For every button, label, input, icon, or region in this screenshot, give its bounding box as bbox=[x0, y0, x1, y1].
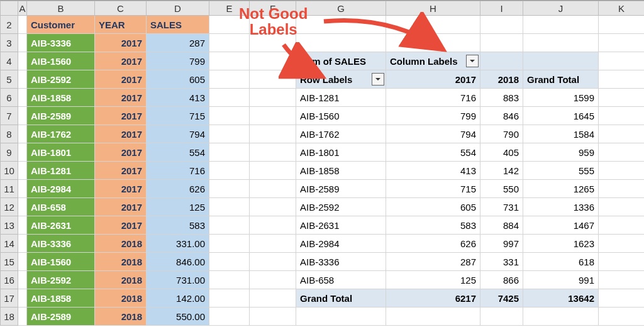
cell[interactable] bbox=[250, 253, 296, 271]
pivot-value[interactable]: 799 bbox=[386, 107, 480, 125]
cell[interactable] bbox=[18, 180, 27, 198]
cell[interactable] bbox=[18, 271, 27, 289]
cell-sales[interactable]: 125 bbox=[147, 198, 209, 216]
cell[interactable] bbox=[250, 198, 296, 216]
pivot-value[interactable]: 716 bbox=[386, 89, 480, 107]
cell-sales[interactable]: 331.00 bbox=[147, 235, 209, 253]
cell[interactable] bbox=[18, 70, 27, 89]
cell[interactable] bbox=[18, 253, 27, 271]
pivot-value[interactable]: 413 bbox=[386, 162, 480, 180]
cell-customer[interactable]: AIB-1560 bbox=[27, 253, 95, 271]
pivot-value[interactable]: 883 bbox=[480, 89, 523, 107]
cell-sales[interactable]: 413 bbox=[147, 89, 209, 107]
cell-year[interactable]: 2018 bbox=[95, 235, 147, 253]
pivot-grand-total-header[interactable]: Grand Total bbox=[523, 70, 599, 89]
cell-year[interactable]: 2018 bbox=[95, 308, 147, 326]
cell[interactable] bbox=[209, 216, 250, 235]
row-header[interactable]: 15 bbox=[1, 253, 18, 271]
col-header[interactable]: A bbox=[18, 1, 27, 16]
cell[interactable] bbox=[250, 125, 296, 143]
pivot-row-total[interactable]: 1599 bbox=[523, 89, 599, 107]
col-header[interactable]: B bbox=[27, 1, 95, 16]
cell[interactable] bbox=[18, 235, 27, 253]
pivot-year-header[interactable]: 2018 bbox=[480, 70, 523, 89]
pivot-value[interactable]: 142 bbox=[480, 162, 523, 180]
cell[interactable] bbox=[209, 198, 250, 216]
cell[interactable] bbox=[250, 89, 296, 107]
col-header[interactable]: J bbox=[523, 1, 599, 16]
pivot-value[interactable]: 715 bbox=[386, 180, 480, 198]
cell[interactable] bbox=[209, 235, 250, 253]
row-header[interactable]: 5 bbox=[1, 70, 18, 89]
row-header[interactable]: 3 bbox=[1, 34, 18, 52]
cell[interactable] bbox=[18, 89, 27, 107]
pivot-value[interactable]: 731 bbox=[480, 198, 523, 216]
pivot-row-name[interactable]: AIB-658 bbox=[296, 271, 386, 289]
cell-customer[interactable]: AIB-1560 bbox=[27, 52, 95, 70]
cell[interactable] bbox=[250, 216, 296, 235]
cell-year[interactable]: 2018 bbox=[95, 253, 147, 271]
cell[interactable] bbox=[18, 289, 27, 308]
pivot-value[interactable]: 997 bbox=[480, 235, 523, 253]
cell[interactable] bbox=[250, 162, 296, 180]
col-header[interactable]: K bbox=[599, 1, 645, 16]
cell-year[interactable]: 2017 bbox=[95, 143, 147, 162]
cell[interactable] bbox=[250, 235, 296, 253]
cell-sales[interactable]: 583 bbox=[147, 216, 209, 235]
cell[interactable] bbox=[250, 143, 296, 162]
cell[interactable] bbox=[250, 289, 296, 308]
cell[interactable] bbox=[209, 289, 250, 308]
cell[interactable] bbox=[209, 253, 250, 271]
pivot-row-name[interactable]: AIB-2631 bbox=[296, 216, 386, 235]
cell-customer[interactable]: AIB-1281 bbox=[27, 162, 95, 180]
cell-year[interactable]: 2017 bbox=[95, 89, 147, 107]
cell-customer[interactable]: AIB-2589 bbox=[27, 107, 95, 125]
cell-sales[interactable]: 731.00 bbox=[147, 271, 209, 289]
pivot-value[interactable]: 554 bbox=[386, 143, 480, 162]
pivot-value[interactable]: 794 bbox=[386, 125, 480, 143]
pivot-value[interactable]: 583 bbox=[386, 216, 480, 235]
pivot-total-value[interactable]: 6217 bbox=[386, 289, 480, 308]
cell-year[interactable]: 2017 bbox=[95, 180, 147, 198]
row-header[interactable]: 17 bbox=[1, 289, 18, 308]
cell-customer[interactable]: AIB-3336 bbox=[27, 34, 95, 52]
row-header[interactable]: 9 bbox=[1, 143, 18, 162]
cell-customer[interactable]: AIB-1801 bbox=[27, 143, 95, 162]
cell[interactable] bbox=[209, 180, 250, 198]
cell[interactable] bbox=[18, 216, 27, 235]
cell[interactable] bbox=[209, 162, 250, 180]
pivot-value[interactable]: 846 bbox=[480, 107, 523, 125]
cell[interactable] bbox=[250, 308, 296, 326]
cell-sales[interactable]: 142.00 bbox=[147, 289, 209, 308]
pivot-row-total[interactable]: 555 bbox=[523, 162, 599, 180]
cell-year[interactable]: 2017 bbox=[95, 125, 147, 143]
cell[interactable] bbox=[209, 125, 250, 143]
row-header[interactable]: 18 bbox=[1, 308, 18, 326]
cell[interactable] bbox=[209, 107, 250, 125]
pivot-grand-total-value[interactable]: 13642 bbox=[523, 289, 599, 308]
cell[interactable] bbox=[209, 52, 250, 70]
cell-customer[interactable]: AIB-658 bbox=[27, 198, 95, 216]
cell-table-header[interactable]: SALES bbox=[147, 16, 209, 34]
cell-year[interactable]: 2017 bbox=[95, 52, 147, 70]
cell[interactable] bbox=[209, 89, 250, 107]
cell-customer[interactable]: AIB-2592 bbox=[27, 70, 95, 89]
cell[interactable] bbox=[250, 107, 296, 125]
cell-sales[interactable]: 715 bbox=[147, 107, 209, 125]
cell-year[interactable]: 2017 bbox=[95, 162, 147, 180]
pivot-value[interactable]: 605 bbox=[386, 198, 480, 216]
cell-year[interactable]: 2017 bbox=[95, 198, 147, 216]
cell[interactable] bbox=[18, 308, 27, 326]
pivot-row-total[interactable]: 1467 bbox=[523, 216, 599, 235]
row-header[interactable]: 13 bbox=[1, 216, 18, 235]
pivot-year-header[interactable]: 2017 bbox=[386, 70, 480, 89]
cell-year[interactable]: 2017 bbox=[95, 34, 147, 52]
cell[interactable] bbox=[18, 162, 27, 180]
select-all-corner[interactable] bbox=[1, 1, 18, 16]
pivot-value[interactable]: 287 bbox=[386, 253, 480, 271]
pivot-value[interactable]: 626 bbox=[386, 235, 480, 253]
cell-sales[interactable]: 716 bbox=[147, 162, 209, 180]
pivot-row-total[interactable]: 618 bbox=[523, 253, 599, 271]
pivot-value[interactable]: 125 bbox=[386, 271, 480, 289]
cell-sales[interactable]: 626 bbox=[147, 180, 209, 198]
